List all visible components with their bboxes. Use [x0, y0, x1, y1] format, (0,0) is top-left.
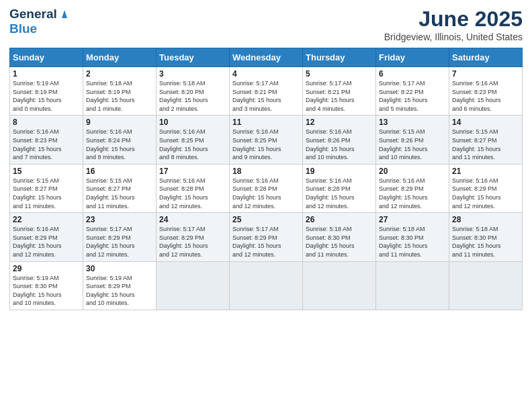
table-row — [157, 261, 230, 310]
table-row: 1Sunrise: 5:19 AM Sunset: 8:19 PM Daylig… — [10, 67, 83, 116]
calendar-header-row: Sunday Monday Tuesday Wednesday Thursday… — [10, 48, 523, 67]
table-row: 30Sunrise: 5:19 AM Sunset: 8:29 PM Dayli… — [83, 261, 157, 310]
table-row: 2Sunrise: 5:18 AM Sunset: 8:19 PM Daylig… — [83, 67, 157, 116]
col-friday: Friday — [376, 48, 449, 67]
table-row — [449, 261, 523, 310]
table-row: 21Sunrise: 5:16 AM Sunset: 8:29 PM Dayli… — [449, 164, 523, 212]
col-thursday: Thursday — [303, 48, 376, 67]
main-title: June 2025 — [384, 7, 523, 32]
table-row — [376, 261, 449, 310]
table-row: 16Sunrise: 5:15 AM Sunset: 8:27 PM Dayli… — [83, 164, 157, 212]
table-row: 19Sunrise: 5:16 AM Sunset: 8:28 PM Dayli… — [303, 164, 376, 212]
subtitle: Bridgeview, Illinois, United States — [384, 32, 523, 42]
table-row: 3Sunrise: 5:18 AM Sunset: 8:20 PM Daylig… — [157, 67, 230, 116]
table-row: 28Sunrise: 5:18 AM Sunset: 8:30 PM Dayli… — [449, 213, 523, 261]
table-row: 11Sunrise: 5:16 AM Sunset: 8:25 PM Dayli… — [230, 116, 303, 164]
table-row: 20Sunrise: 5:16 AM Sunset: 8:29 PM Dayli… — [376, 164, 449, 212]
page-container: General Blue June 2025 Bridgeview, Illin… — [0, 0, 532, 317]
table-row: 8Sunrise: 5:16 AM Sunset: 8:23 PM Daylig… — [10, 116, 83, 164]
table-row: 15Sunrise: 5:15 AM Sunset: 8:27 PM Dayli… — [10, 164, 83, 212]
logo-triangle-icon — [58, 7, 71, 19]
table-row: 26Sunrise: 5:18 AM Sunset: 8:30 PM Dayli… — [303, 213, 376, 261]
col-tuesday: Tuesday — [157, 48, 230, 67]
logo-general-text: General — [9, 7, 57, 21]
table-row — [303, 261, 376, 310]
table-row: 22Sunrise: 5:16 AM Sunset: 8:29 PM Dayli… — [10, 213, 83, 261]
table-row: 17Sunrise: 5:16 AM Sunset: 8:28 PM Dayli… — [157, 164, 230, 212]
table-row: 10Sunrise: 5:16 AM Sunset: 8:25 PM Dayli… — [157, 116, 230, 164]
col-wednesday: Wednesday — [230, 48, 303, 67]
logo: General Blue — [9, 7, 71, 36]
table-row: 29Sunrise: 5:19 AM Sunset: 8:30 PM Dayli… — [10, 261, 83, 310]
col-saturday: Saturday — [449, 48, 523, 67]
table-row — [230, 261, 303, 310]
table-row: 7Sunrise: 5:16 AM Sunset: 8:23 PM Daylig… — [449, 67, 523, 116]
table-row: 23Sunrise: 5:17 AM Sunset: 8:29 PM Dayli… — [83, 213, 157, 261]
logo-blue-text: Blue — [9, 21, 37, 36]
table-row: 6Sunrise: 5:17 AM Sunset: 8:22 PM Daylig… — [376, 67, 449, 116]
calendar-table: Sunday Monday Tuesday Wednesday Thursday… — [9, 48, 523, 310]
col-sunday: Sunday — [10, 48, 83, 67]
svg-marker-0 — [62, 10, 67, 18]
table-row: 25Sunrise: 5:17 AM Sunset: 8:29 PM Dayli… — [230, 213, 303, 261]
table-row: 4Sunrise: 5:17 AM Sunset: 8:21 PM Daylig… — [230, 67, 303, 116]
title-block: June 2025 Bridgeview, Illinois, United S… — [384, 7, 523, 42]
table-row: 13Sunrise: 5:15 AM Sunset: 8:26 PM Dayli… — [376, 116, 449, 164]
table-row: 9Sunrise: 5:16 AM Sunset: 8:24 PM Daylig… — [83, 116, 157, 164]
header: General Blue June 2025 Bridgeview, Illin… — [9, 7, 523, 42]
table-row: 27Sunrise: 5:18 AM Sunset: 8:30 PM Dayli… — [376, 213, 449, 261]
table-row: 18Sunrise: 5:16 AM Sunset: 8:28 PM Dayli… — [230, 164, 303, 212]
col-monday: Monday — [83, 48, 157, 67]
table-row: 12Sunrise: 5:16 AM Sunset: 8:26 PM Dayli… — [303, 116, 376, 164]
table-row: 24Sunrise: 5:17 AM Sunset: 8:29 PM Dayli… — [157, 213, 230, 261]
table-row: 5Sunrise: 5:17 AM Sunset: 8:21 PM Daylig… — [303, 67, 376, 116]
table-row: 14Sunrise: 5:15 AM Sunset: 8:27 PM Dayli… — [449, 116, 523, 164]
